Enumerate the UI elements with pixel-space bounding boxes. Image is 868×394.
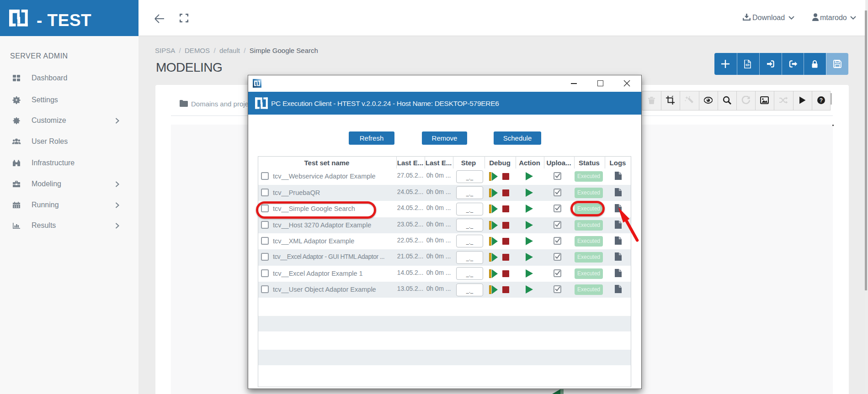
svg-text:?: ? [820,97,823,104]
